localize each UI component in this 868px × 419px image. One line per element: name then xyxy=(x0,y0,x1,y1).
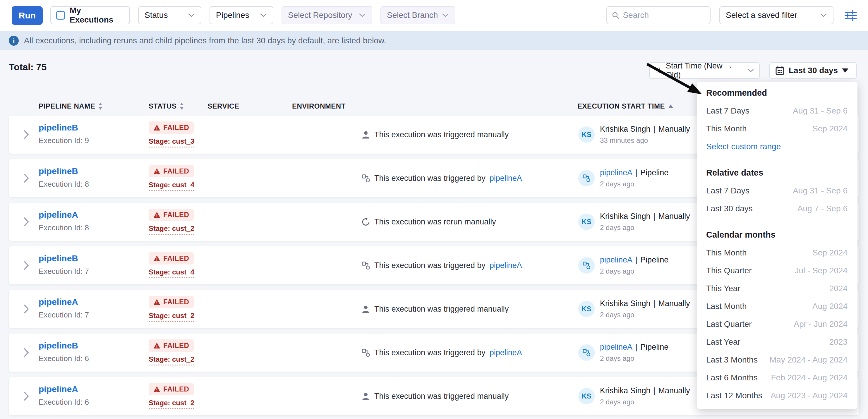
expand-chevron-icon[interactable] xyxy=(23,304,29,314)
date-menu-item[interactable]: Select custom range xyxy=(706,137,847,155)
failed-stage-link[interactable]: Stage: cust_2 xyxy=(149,224,194,235)
date-menu-item[interactable]: This Quarter Jul - Sep 2024 xyxy=(706,262,847,280)
expand-chevron-icon[interactable] xyxy=(23,217,29,227)
column-header-label: STATUS xyxy=(149,102,177,110)
trigger-pipeline-link[interactable]: pipelineA xyxy=(490,174,522,183)
search-box[interactable] xyxy=(607,6,711,24)
failed-stage-link[interactable]: Stage: cust_2 xyxy=(149,312,194,322)
avatar-initials: KS xyxy=(582,130,591,139)
pipeline-name-link[interactable]: pipelineB xyxy=(39,341,78,351)
run-button[interactable]: Run xyxy=(12,6,43,25)
failed-stage-link[interactable]: Stage: cust_3 xyxy=(149,137,194,148)
trigger-pipeline-link[interactable]: pipelineA xyxy=(490,261,522,270)
column-header[interactable]: PIPELINE NAME xyxy=(39,100,103,112)
status-text: FAILED xyxy=(163,254,189,262)
date-menu-item[interactable]: This Year 2024 xyxy=(706,280,847,297)
failed-stage-link[interactable]: Stage: cust_4 xyxy=(149,268,194,278)
avatar-initials: KS xyxy=(582,218,591,226)
trigger-user-icon xyxy=(362,304,370,313)
date-range-dropdown[interactable]: Last 30 days xyxy=(769,62,857,79)
trigger-rerun-icon xyxy=(362,217,370,226)
starter-name: Krishika Singh xyxy=(600,299,651,308)
pipelines-filter-dropdown[interactable]: Pipelines xyxy=(210,6,273,24)
date-menu-item[interactable]: Last Year 2023 xyxy=(706,333,847,351)
sort-both-icon xyxy=(98,102,103,110)
pipeline-name-link[interactable]: pipelineA xyxy=(39,297,78,307)
date-menu-item[interactable]: Last 12 Months Aug 2023 - Aug 2024 xyxy=(706,387,847,405)
starter-details: pipelineA|Pipeline 2 days ago xyxy=(600,255,669,275)
date-menu-item[interactable]: Last Quarter Apr - Jun 2024 xyxy=(706,315,847,333)
date-menu-item-label: Last 30 days xyxy=(706,204,753,213)
expand-chevron-icon[interactable] xyxy=(23,391,29,401)
my-executions-checkbox[interactable] xyxy=(56,11,65,20)
starter-kind: Manually xyxy=(658,212,690,221)
date-menu-item[interactable]: Last 3 Months May 2024 - Aug 2024 xyxy=(706,351,847,369)
my-executions-label: My Executions xyxy=(70,6,124,25)
starter-name: Krishika Singh xyxy=(600,386,651,395)
expand-chevron-icon[interactable] xyxy=(23,260,29,270)
date-menu-item-value: Aug 2024 xyxy=(812,302,847,311)
my-executions-toggle[interactable]: My Executions xyxy=(50,6,130,24)
trigger-message: This execution was rerun manually xyxy=(374,217,496,226)
expand-chevron-icon[interactable] xyxy=(23,173,29,183)
trigger-info: This execution was triggered manually xyxy=(362,304,508,314)
caret-down-icon xyxy=(842,68,848,72)
date-menu-item-label: Last 12 Months xyxy=(706,391,762,400)
column-header-label: EXECUTION START TIME xyxy=(578,102,665,110)
pipeline-name-link[interactable]: pipelineA xyxy=(39,210,78,220)
separator: | xyxy=(636,255,638,264)
starter-kind: Manually xyxy=(658,125,690,133)
execution-start-info: pipelineA|Pipeline 2 days ago xyxy=(578,255,669,275)
starter-details: Krishika Singh|Manually 33 minutes ago xyxy=(600,125,690,144)
date-menu-item-value: Sep 2024 xyxy=(812,124,847,133)
trigger-user-icon xyxy=(362,392,370,400)
date-menu-item[interactable]: Last 6 Months Feb 2024 - Aug 2024 xyxy=(706,369,847,387)
trigger-info: This execution was rerun manually xyxy=(362,217,496,226)
filter-settings-button[interactable] xyxy=(844,9,858,22)
search-input[interactable] xyxy=(623,10,705,20)
chevron-down-icon xyxy=(820,13,827,17)
status-badge: FAILED xyxy=(149,383,194,395)
date-menu-item[interactable]: This Month Sep 2024 xyxy=(706,120,847,137)
status-filter-dropdown[interactable]: Status xyxy=(138,6,202,24)
pipeline-name-link[interactable]: pipelineB xyxy=(39,123,78,133)
select-branch-dropdown[interactable]: Select Branch xyxy=(380,6,455,24)
execution-start-info: pipelineA|Pipeline 2 days ago xyxy=(578,168,669,188)
expand-chevron-icon[interactable] xyxy=(23,348,29,358)
execution-start-time: 2 days ago xyxy=(600,311,690,319)
date-menu-item[interactable]: Last 7 Days Aug 31 - Sep 6 xyxy=(706,182,847,199)
sort-dropdown[interactable]: Start Time (New → Old) xyxy=(649,62,760,79)
separator: | xyxy=(636,343,638,351)
total-count: Total: 75 xyxy=(9,62,46,72)
select-repository-label: Select Repository xyxy=(288,10,352,20)
trigger-user-icon xyxy=(362,130,370,139)
starter-name[interactable]: pipelineA xyxy=(600,168,632,177)
failed-stage-link[interactable]: Stage: cust_2 xyxy=(149,399,194,409)
pipeline-name-link[interactable]: pipelineB xyxy=(39,253,78,263)
trigger-info: This execution was triggered by pipeline… xyxy=(362,261,522,270)
execution-start-time: 2 days ago xyxy=(600,354,669,362)
starter-name[interactable]: pipelineA xyxy=(600,255,632,264)
execution-id: Execution Id: 8 xyxy=(39,180,89,189)
search-icon xyxy=(612,11,619,20)
date-menu-item[interactable]: Last 30 days Aug 7 - Sep 6 xyxy=(706,199,847,217)
execution-start-info: pipelineA|Pipeline 2 days ago xyxy=(578,343,669,362)
starter-name[interactable]: pipelineA xyxy=(600,343,632,351)
failed-stage-link[interactable]: Stage: cust_2 xyxy=(149,355,194,365)
pipeline-name-link[interactable]: pipelineA xyxy=(39,384,78,394)
trigger-pipeline-link[interactable]: pipelineA xyxy=(490,348,522,357)
separator: | xyxy=(653,299,655,308)
column-header[interactable]: EXECUTION START TIME xyxy=(578,100,674,112)
execution-id: Execution Id: 7 xyxy=(39,311,89,320)
pipeline-name-link[interactable]: pipelineB xyxy=(39,166,78,176)
date-menu-item-label: This Quarter xyxy=(706,266,752,275)
expand-chevron-icon[interactable] xyxy=(23,130,29,139)
saved-filter-dropdown[interactable]: Select a saved filter xyxy=(719,6,834,24)
date-menu-item[interactable]: Last Month Aug 2024 xyxy=(706,297,847,315)
date-menu-item[interactable]: This Month Sep 2024 xyxy=(706,244,847,262)
failed-stage-link[interactable]: Stage: cust_4 xyxy=(149,181,194,191)
select-repository-dropdown[interactable]: Select Repository xyxy=(282,6,372,24)
column-header[interactable]: STATUS xyxy=(149,100,184,112)
trigger-pipeline-icon xyxy=(362,261,370,270)
date-menu-item[interactable]: Last 7 Days Aug 31 - Sep 6 xyxy=(706,102,847,120)
